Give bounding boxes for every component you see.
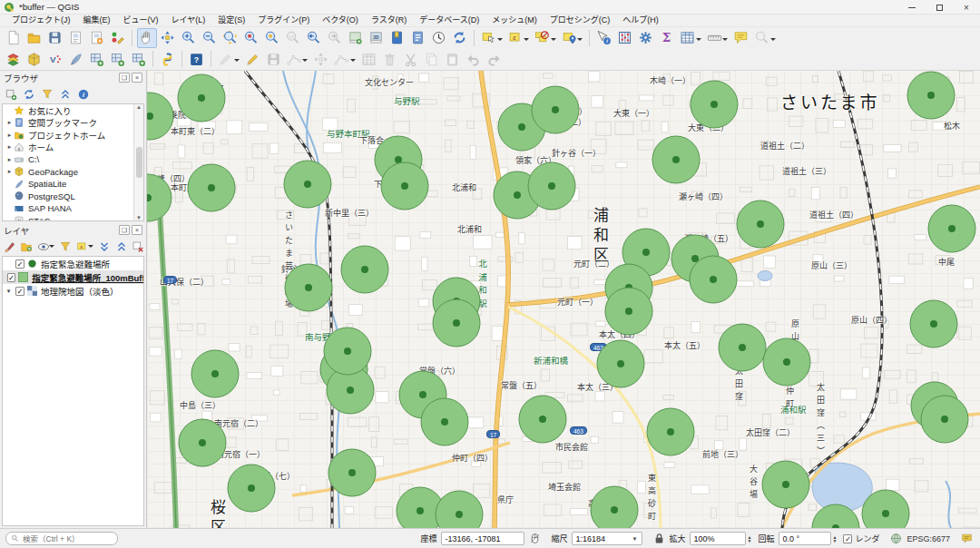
- layer-item[interactable]: ▾✓地理院地図（淡色）: [3, 284, 143, 298]
- pan-to-selection-button[interactable]: [158, 28, 178, 48]
- browser-item[interactable]: ▸ホーム: [3, 142, 143, 154]
- filter-legend-button[interactable]: [58, 238, 74, 255]
- layer-item[interactable]: ✓指定緊急避難場所_100mBuffer: [3, 270, 143, 284]
- menu-item[interactable]: メッシュ(M): [485, 15, 544, 26]
- new-print-layout-button[interactable]: [66, 28, 86, 48]
- magnifier-spinbox[interactable]: 100%: [690, 532, 746, 545]
- browser-scrollbar[interactable]: ▲▼: [133, 104, 143, 220]
- show-statistics-button[interactable]: [657, 28, 677, 48]
- minimize-button[interactable]: [898, 0, 926, 15]
- browser-collapse-all-button[interactable]: [57, 85, 74, 103]
- browser-item[interactable]: ▸GeoPackage: [3, 166, 143, 179]
- browser-item[interactable]: PostgreSQL: [3, 191, 143, 203]
- browser-refresh-button[interactable]: [21, 85, 38, 103]
- manage-map-themes-button[interactable]: [35, 238, 51, 255]
- statistical-summary-button[interactable]: [615, 28, 635, 48]
- layers-float-button[interactable]: ❏: [119, 225, 130, 235]
- new-spatialite-layer-button[interactable]: [66, 49, 86, 69]
- browser-item[interactable]: お気に入り: [3, 104, 143, 117]
- add-group-button[interactable]: [19, 238, 34, 255]
- python-console-button[interactable]: [158, 49, 178, 69]
- restore-button[interactable]: [926, 0, 953, 15]
- layer-visibility-checkbox[interactable]: ✓: [15, 259, 24, 269]
- magnifier-spin-arrows[interactable]: ▲▼: [748, 535, 752, 543]
- menu-item[interactable]: プロセシング(C): [544, 15, 617, 26]
- locator-search[interactable]: [5, 532, 118, 545]
- crs-status[interactable]: EPSG:6677: [906, 534, 950, 543]
- new-3d-map-view-button[interactable]: [367, 28, 387, 48]
- deselect-features-button[interactable]: [533, 28, 553, 48]
- identify-features-button[interactable]: [594, 28, 614, 48]
- zoom-full-button[interactable]: [220, 28, 240, 48]
- browser-item[interactable]: SpatiaLite: [3, 178, 143, 191]
- layer-item[interactable]: ✓指定緊急避難場所: [3, 257, 143, 270]
- close-button[interactable]: ×: [953, 0, 980, 15]
- show-spatial-bookmarks-button[interactable]: [408, 28, 428, 48]
- browser-float-button[interactable]: ❏: [119, 73, 130, 83]
- browser-add-favorite-button[interactable]: [3, 85, 20, 103]
- new-project-button[interactable]: [4, 28, 24, 48]
- processing-toolbox-button[interactable]: [636, 28, 656, 48]
- browser-properties-button[interactable]: [75, 85, 93, 103]
- data-source-manager-button[interactable]: [4, 49, 24, 69]
- collapse-all-button[interactable]: [113, 238, 129, 255]
- open-layer-styling-button[interactable]: [3, 238, 18, 255]
- new-map-view-button[interactable]: [346, 28, 366, 48]
- filter-by-expression-button[interactable]: [74, 238, 90, 255]
- new-geopackage-layer-button[interactable]: [24, 49, 44, 69]
- menu-item[interactable]: プロジェクト(J): [5, 15, 77, 26]
- toggle-editing-button[interactable]: [242, 49, 262, 69]
- zoom-to-selection-button[interactable]: [241, 28, 261, 48]
- new-temporary-scratch-layer-button[interactable]: [87, 49, 107, 69]
- pan-map-button[interactable]: [137, 28, 157, 48]
- select-by-form-button[interactable]: [559, 28, 579, 48]
- lock-scale-icon[interactable]: [653, 533, 665, 544]
- layers-close-button[interactable]: ×: [132, 225, 142, 235]
- new-spatial-bookmark-button[interactable]: [387, 28, 407, 48]
- search-input[interactable]: [23, 534, 104, 543]
- menu-item[interactable]: データベース(D): [413, 15, 485, 26]
- rotation-spin-arrows[interactable]: ▲▼: [833, 535, 838, 543]
- messages-icon[interactable]: [961, 533, 973, 544]
- menu-item[interactable]: ヘルプ(H): [616, 15, 665, 26]
- new-mesh-layer-button[interactable]: [108, 49, 128, 69]
- browser-item[interactable]: SAP HANA: [3, 202, 143, 215]
- menu-item[interactable]: ビュー(V): [117, 15, 165, 26]
- layout-manager-button[interactable]: [87, 28, 107, 48]
- menu-item[interactable]: 設定(S): [211, 15, 251, 26]
- mouse-position-icon[interactable]: [529, 533, 541, 544]
- refresh-map-button[interactable]: [450, 28, 470, 48]
- crs-globe-icon[interactable]: [890, 533, 902, 544]
- layer-visibility-checkbox[interactable]: ✓: [7, 273, 15, 282]
- select-features-button[interactable]: [479, 28, 499, 48]
- scale-combo[interactable]: 1:16184▼: [572, 532, 642, 545]
- open-attribute-table-button[interactable]: [678, 28, 698, 48]
- render-checkbox[interactable]: ✓: [843, 534, 852, 543]
- layer-visibility-checkbox[interactable]: ✓: [15, 287, 24, 296]
- new-shapefile-layer-button[interactable]: [45, 49, 65, 69]
- browser-item[interactable]: ▸空間ブックマーク: [3, 117, 143, 130]
- remove-layer-button[interactable]: [130, 238, 145, 255]
- menu-item[interactable]: プラグイン(P): [251, 15, 316, 26]
- browser-filter-button[interactable]: [39, 85, 56, 103]
- browser-item[interactable]: STAC: [3, 215, 143, 222]
- help-contents-button[interactable]: [187, 49, 207, 69]
- open-project-button[interactable]: [24, 28, 44, 48]
- browser-close-button[interactable]: ×: [132, 73, 142, 83]
- zoom-out-button[interactable]: [200, 28, 220, 48]
- select-by-expression-button[interactable]: [505, 28, 525, 48]
- map-canvas[interactable]: さいたま市浦和区桜区区与野駅与野本町駅北浦和駅南与野駅浦和駅新浦和橋文化センター…: [147, 71, 980, 528]
- menu-item[interactable]: ベクタ(O): [316, 15, 365, 26]
- expand-all-button[interactable]: [97, 238, 113, 255]
- menu-item[interactable]: 編集(E): [77, 15, 117, 26]
- menu-item[interactable]: ラスタ(R): [365, 15, 413, 26]
- browser-item[interactable]: ▸C:\: [3, 153, 143, 166]
- rotation-spinbox[interactable]: 0.0 °: [779, 532, 831, 545]
- save-project-button[interactable]: [45, 28, 65, 48]
- menu-item[interactable]: レイヤ(L): [165, 15, 212, 26]
- map-tips-button[interactable]: [731, 28, 751, 48]
- zoom-to-layer-button[interactable]: [262, 28, 282, 48]
- coordinate-input[interactable]: -13166, -17081: [441, 532, 524, 545]
- style-manager-button[interactable]: [108, 28, 128, 48]
- temporal-controller-button[interactable]: [429, 28, 449, 48]
